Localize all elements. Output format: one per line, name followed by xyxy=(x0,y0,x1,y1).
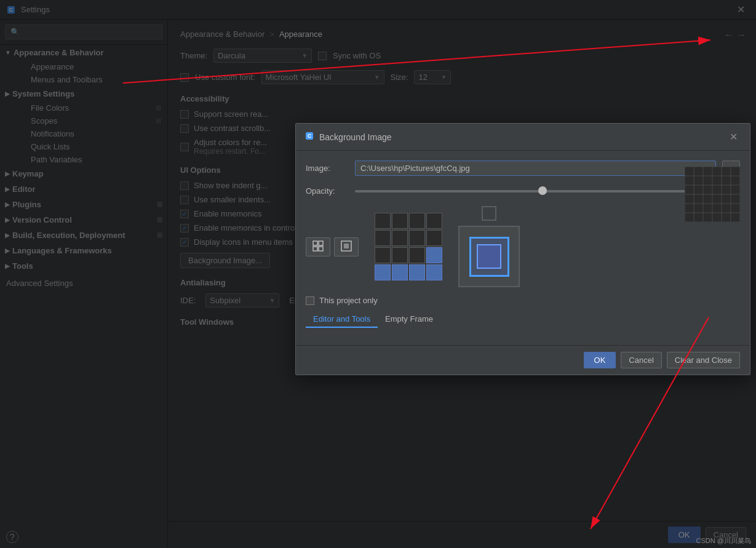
dialog-footer: OK Cancel Clear and Close xyxy=(296,345,750,375)
grid-cell-selected[interactable] xyxy=(426,264,442,280)
grid-cell[interactable] xyxy=(392,247,408,263)
grid-cell[interactable] xyxy=(392,230,408,246)
dialog-cancel-button[interactable]: Cancel xyxy=(621,352,661,368)
svg-rect-11 xyxy=(685,167,740,222)
opacity-slider-thumb[interactable] xyxy=(538,186,547,195)
grid-cell[interactable] xyxy=(375,247,391,263)
tile-button[interactable] xyxy=(306,237,330,256)
svg-rect-7 xyxy=(319,247,323,251)
svg-text:C: C xyxy=(308,133,312,139)
project-only-checkbox[interactable] xyxy=(306,296,314,305)
dialog-title-bar: C Background Image ✕ xyxy=(296,124,750,151)
grid-cell-selected[interactable] xyxy=(375,264,391,280)
svg-rect-6 xyxy=(313,247,317,251)
svg-rect-9 xyxy=(344,244,349,248)
dialog-title: C Background Image xyxy=(304,131,392,143)
svg-rect-5 xyxy=(319,241,323,245)
grid-cell[interactable] xyxy=(375,213,391,229)
main-preview-box xyxy=(458,226,520,287)
opacity-slider-track[interactable] xyxy=(355,190,696,193)
image-path-input[interactable] xyxy=(355,161,716,176)
placement-grid xyxy=(375,213,442,280)
grid-pattern-preview xyxy=(685,167,740,224)
project-only-row: This project only xyxy=(306,296,740,305)
opacity-label: Opacity: xyxy=(306,186,349,196)
dialog-content: Image: ... Opacity: ▲ ▼ xyxy=(296,151,750,345)
grid-cell[interactable] xyxy=(409,230,425,246)
preview-image-center xyxy=(477,244,501,269)
placement-row xyxy=(306,206,740,287)
dialog-close-button[interactable]: ✕ xyxy=(726,130,741,144)
placement-buttons xyxy=(306,237,359,256)
grid-cell[interactable] xyxy=(426,230,442,246)
preview-section xyxy=(458,206,520,287)
dialog-icon: C xyxy=(304,131,314,143)
small-preview-box xyxy=(482,206,496,221)
dialog-title-text: Background Image xyxy=(319,132,392,142)
tab-empty-frame[interactable]: Empty Frame xyxy=(378,311,440,328)
background-image-dialog: C Background Image ✕ Image: ... Opacity: xyxy=(295,123,750,375)
dialog-ok-button[interactable]: OK xyxy=(584,352,616,368)
grid-cell[interactable] xyxy=(375,230,391,246)
tab-editor-and-tools[interactable]: Editor and Tools xyxy=(306,311,378,328)
grid-cell[interactable] xyxy=(426,213,442,229)
grid-cell[interactable] xyxy=(392,213,408,229)
svg-rect-4 xyxy=(313,241,317,245)
opacity-slider-container xyxy=(355,190,696,193)
grid-cell-selected[interactable] xyxy=(426,247,442,263)
dialog-tabs: Editor and Tools Empty Frame xyxy=(306,311,740,328)
project-only-label: This project only xyxy=(319,296,378,305)
grid-cell[interactable] xyxy=(409,213,425,229)
image-row: Image: ... xyxy=(306,161,740,176)
dialog-clear-and-close-button[interactable]: Clear and Close xyxy=(667,352,740,368)
opacity-row: Opacity: ▲ ▼ xyxy=(306,185,740,197)
preview-image-inner xyxy=(469,237,509,277)
center-button[interactable] xyxy=(334,237,359,256)
grid-cell-selected[interactable] xyxy=(392,264,408,280)
watermark: CSDN @川川菜鸟 xyxy=(691,534,756,548)
image-label: Image: xyxy=(306,164,349,173)
grid-cell[interactable] xyxy=(409,247,425,263)
grid-cell-selected[interactable] xyxy=(409,264,425,280)
